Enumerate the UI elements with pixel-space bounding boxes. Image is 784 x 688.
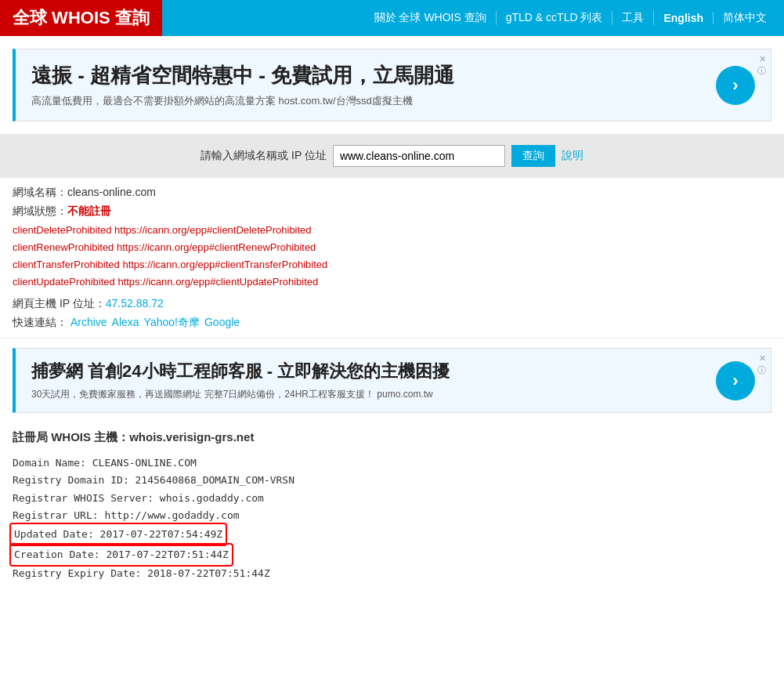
site-logo: 全球 WHOIS 查詢: [0, 0, 162, 36]
bottom-ad-arrow-icon: ›: [732, 371, 738, 391]
highlighted-whois-line: Creation Date: 2017-07-22T07:51:44Z: [9, 543, 233, 567]
quick-link-yahoo!奇摩[interactable]: Yahoo!奇摩: [144, 316, 200, 328]
ip-row: 網頁主機 IP 位址：47.52.88.72: [13, 297, 771, 311]
top-ad-close-button[interactable]: ✕: [759, 54, 766, 64]
header: 全球 WHOIS 查詢 關於 全球 WHOIS 查詢gTLD & ccTLD 列…: [0, 0, 784, 36]
whois-data-line: Domain Name: CLEANS-ONLINE.COM: [13, 454, 771, 472]
result-section: 網域名稱：cleans-online.com 網域狀態：不能註冊 clientD…: [0, 178, 784, 339]
bottom-ad-close-button[interactable]: ✕: [759, 353, 766, 364]
whois-section: 註冊局 WHOIS 主機：whois.verisign-grs.net Doma…: [0, 422, 784, 590]
status-label: 網域狀態：: [13, 205, 67, 217]
bottom-ad-subtext: 30天試用，免費搬家服務，再送國際網址 完整7日網站備份，24HR工程客服支援！…: [31, 388, 450, 401]
search-input[interactable]: [333, 145, 505, 167]
nav-item-gtld[interactable]: gTLD & ccTLD 列表: [497, 11, 613, 25]
top-ad-arrow-icon: ›: [732, 75, 738, 96]
whois-data-line: Registry Domain ID: 2145640868_DOMAIN_CO…: [13, 472, 771, 489]
status-detail-line: clientDeleteProhibited https://icann.org…: [13, 222, 771, 239]
whois-host-label: 註冊局 WHOIS 主機：: [13, 430, 129, 444]
domain-status-row: 網域狀態：不能註冊: [13, 205, 771, 219]
top-ad-banner: 遠振 - 超精省空間特惠中 - 免費試用，立馬開通 高流量低費用，最適合不需要掛…: [13, 49, 771, 121]
search-button[interactable]: 查詢: [511, 145, 555, 167]
bottom-ad-headline: 捕夢網 首創24小時工程師客服 - 立即解決您的主機困擾: [31, 360, 450, 383]
whois-data-line: Creation Date: 2017-07-22T07:51:44Z: [13, 545, 771, 565]
whois-data: Domain Name: CLEANS-ONLINE.COMRegistry D…: [13, 454, 771, 582]
nav-item-simplified[interactable]: 简体中文: [714, 11, 776, 25]
quick-link-google[interactable]: Google: [204, 316, 240, 328]
status-details: clientDeleteProhibited https://icann.org…: [13, 222, 771, 291]
ip-value: 47.52.88.72: [106, 297, 164, 310]
header-nav: 關於 全球 WHOIS 查詢gTLD & ccTLD 列表工具English简体…: [365, 11, 784, 25]
status-value: 不能註冊: [67, 205, 111, 217]
status-detail-line: clientRenewProhibited https://icann.org/…: [13, 239, 771, 256]
bottom-ad-arrow-button[interactable]: ›: [716, 361, 755, 400]
whois-data-line: Registrar URL: http://www.godaddy.com: [13, 507, 771, 524]
bottom-ad-info-button[interactable]: ⓘ: [757, 364, 766, 376]
top-ad-info-button[interactable]: ⓘ: [757, 65, 766, 77]
quick-link-alexa[interactable]: Alexa: [112, 316, 139, 328]
status-detail-line: clientTransferProhibited https://icann.o…: [13, 256, 771, 273]
whois-data-line: Registry Expiry Date: 2018-07-22T07:51:4…: [13, 565, 771, 582]
top-ad-text: 遠振 - 超精省空間特惠中 - 免費試用，立馬開通 高流量低費用，最適合不需要掛…: [31, 62, 454, 108]
help-link[interactable]: 說明: [562, 149, 583, 163]
quick-link-archive[interactable]: Archive: [70, 316, 107, 328]
nav-item-about[interactable]: 關於 全球 WHOIS 查詢: [365, 11, 497, 25]
nav-item-tools[interactable]: 工具: [612, 11, 654, 25]
whois-data-line: Registrar WHOIS Server: whois.godaddy.co…: [13, 490, 771, 507]
whois-host-row: 註冊局 WHOIS 主機：whois.verisign-grs.net: [13, 430, 771, 445]
quick-links-container: ArchiveAlexaYahoo!奇摩Google: [70, 316, 244, 328]
domain-name-value: cleans-online.com: [67, 186, 156, 198]
domain-name-row: 網域名稱：cleans-online.com: [13, 186, 771, 200]
top-ad-subtext: 高流量低費用，最適合不需要掛額外網站的高流量方案 host.com.tw/台灣s…: [31, 94, 454, 108]
domain-name-label: 網域名稱：: [13, 186, 67, 198]
ip-label: 網頁主機 IP 位址：: [13, 297, 106, 310]
top-ad-headline: 遠振 - 超精省空間特惠中 - 免費試用，立馬開通: [31, 62, 454, 89]
search-section: 請輸入網域名稱或 IP 位址 查詢 說明: [0, 134, 784, 178]
whois-data-line: Updated Date: 2017-07-22T07:54:49Z: [13, 524, 771, 545]
whois-host-value: whois.verisign-grs.net: [129, 430, 254, 444]
nav-item-english[interactable]: English: [654, 12, 714, 24]
search-label: 請輸入網域名稱或 IP 位址: [201, 149, 327, 163]
bottom-ad-banner: 捕夢網 首創24小時工程師客服 - 立即解決您的主機困擾 30天試用，免費搬家服…: [13, 348, 771, 413]
quick-links-row: 快速連結： ArchiveAlexaYahoo!奇摩Google: [13, 316, 771, 330]
bottom-ad-text: 捕夢網 首創24小時工程師客服 - 立即解決您的主機困擾 30天試用，免費搬家服…: [31, 360, 450, 401]
quick-links-label: 快速連結：: [13, 316, 67, 328]
top-ad-arrow-button[interactable]: ›: [716, 66, 755, 105]
status-detail-line: clientUpdateProhibited https://icann.org…: [13, 273, 771, 291]
